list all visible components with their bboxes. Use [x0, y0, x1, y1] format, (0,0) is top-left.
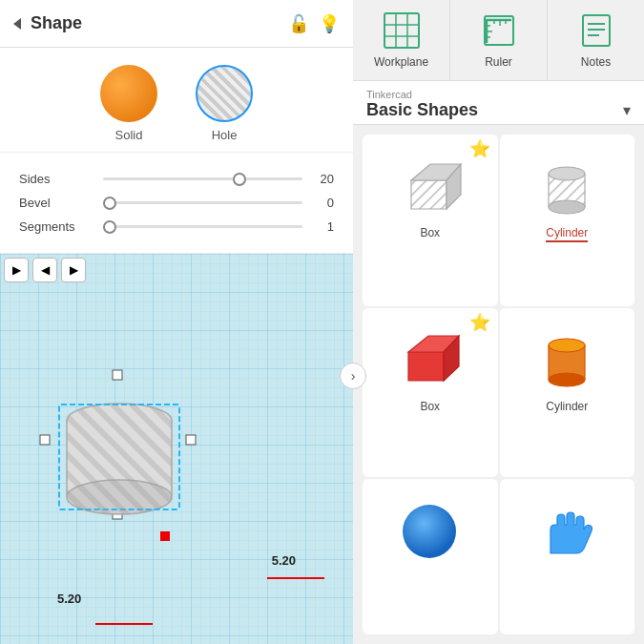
cylinder-object[interactable] — [38, 368, 200, 530]
sliders-section: Sides 20 Bevel 0 Segments 1 — [0, 153, 353, 254]
hole-label: Hole — [212, 128, 238, 142]
shape-card-box-gray[interactable]: ⭐ Box — [363, 135, 498, 306]
hole-circle — [196, 65, 253, 122]
shape-card-hand-blue[interactable] — [500, 479, 635, 634]
box-red-label: Box — [420, 400, 440, 413]
svg-rect-1 — [113, 370, 122, 380]
solid-option[interactable]: Solid — [100, 65, 157, 142]
shape-type-row: Solid Hole — [0, 48, 353, 153]
notes-icon — [577, 11, 615, 50]
sides-slider-row: Sides 20 — [19, 172, 334, 186]
shape-card-sphere-blue[interactable] — [363, 479, 498, 634]
svg-rect-2 — [186, 435, 196, 445]
canvas-toolbar: ▶ ◀ ▶ — [0, 254, 90, 286]
segments-track[interactable] — [103, 225, 302, 228]
red-handle[interactable] — [160, 531, 170, 541]
right-panel: Workplane Ruler — [353, 0, 644, 644]
collapse-arrow[interactable]: › — [340, 363, 366, 389]
bevel-track[interactable] — [103, 201, 302, 204]
svg-point-59 — [549, 339, 585, 352]
star-badge: ⭐ — [469, 140, 490, 157]
cylinder-svg — [38, 368, 200, 530]
canvas-area[interactable]: ▶ ◀ ▶ — [0, 254, 353, 644]
category-header: Tinkercad Basic Shapes ▾ — [353, 81, 644, 125]
shape-header: Shape 🔓 💡 — [0, 0, 353, 48]
category-title: Basic Shapes — [366, 100, 478, 120]
svg-point-60 — [549, 373, 585, 386]
segments-thumb[interactable] — [103, 220, 116, 234]
bevel-label: Bevel — [19, 196, 95, 210]
ruler-icon — [480, 11, 518, 50]
segments-slider-row: Segments 1 — [19, 219, 334, 234]
sides-label: Sides — [19, 172, 95, 186]
sides-thumb[interactable] — [233, 173, 246, 186]
bulb-icon[interactable]: 💡 — [319, 13, 340, 34]
dim-vertical: 5.20 — [57, 592, 81, 606]
svg-point-63 — [403, 505, 456, 558]
star-badge-red: ⭐ — [469, 314, 490, 331]
category-chevron-icon[interactable]: ▾ — [623, 101, 631, 119]
svg-marker-46 — [411, 180, 447, 209]
sphere-blue-image — [392, 488, 468, 565]
cylinder-gray-image — [529, 144, 605, 220]
notes-label: Notes — [581, 55, 611, 69]
sides-track[interactable] — [103, 177, 302, 180]
svg-point-52 — [549, 200, 585, 214]
box-gray-image — [392, 144, 468, 220]
solid-circle — [100, 65, 157, 122]
box-red-image — [392, 318, 468, 394]
workplane-label: Workplane — [374, 55, 428, 69]
back-arrow-icon[interactable] — [13, 18, 21, 30]
shape-card-cylinder-gray[interactable]: Cylinder — [500, 135, 635, 306]
svg-rect-0 — [40, 435, 50, 445]
bevel-slider-row: Bevel 0 — [19, 196, 334, 210]
ruler-label: Ruler — [485, 55, 512, 69]
right-toolbar: Workplane Ruler — [353, 0, 644, 81]
play-btn[interactable]: ▶ — [4, 258, 29, 282]
solid-label: Solid — [115, 128, 143, 142]
left-panel: Shape 🔓 💡 Solid Hole Sides 20 Bevel — [0, 0, 353, 644]
svg-point-51 — [549, 167, 585, 180]
cylinder-orange-image — [529, 318, 605, 394]
svg-line-17 — [153, 368, 200, 416]
ruler-tab[interactable]: Ruler — [450, 0, 548, 80]
category-title-row: Basic Shapes ▾ — [366, 100, 631, 120]
segments-value: 1 — [310, 219, 334, 234]
svg-marker-55 — [408, 352, 444, 381]
shape-title: Shape — [31, 13, 288, 33]
svg-line-25 — [38, 502, 67, 530]
nav-btn2[interactable]: ▶ — [61, 258, 86, 282]
cylinder-orange-label: Cylinder — [546, 400, 588, 413]
notes-tab[interactable]: Notes — [548, 0, 644, 80]
box-gray-label: Box — [420, 226, 440, 239]
dim-red-line-h — [267, 577, 324, 579]
bevel-value: 0 — [310, 196, 334, 210]
hole-option[interactable]: Hole — [196, 65, 253, 142]
shape-card-cylinder-orange[interactable]: Cylinder — [500, 308, 635, 477]
shapes-grid: ⭐ Box — [353, 125, 644, 644]
shape-card-box-red[interactable]: ⭐ Box — [363, 308, 498, 477]
cylinder-gray-label: Cylinder — [546, 226, 588, 242]
dim-red-line-v — [95, 623, 153, 625]
workplane-tab[interactable]: Workplane — [353, 0, 450, 80]
bevel-thumb[interactable] — [103, 197, 116, 210]
header-icons: 🔓 💡 — [288, 13, 340, 34]
svg-rect-28 — [384, 13, 419, 48]
nav-btn[interactable]: ◀ — [32, 258, 57, 282]
workplane-icon — [383, 11, 421, 50]
segments-label: Segments — [19, 219, 95, 234]
dim-horizontal: 5.20 — [272, 553, 296, 568]
svg-line-18 — [172, 368, 200, 397]
sides-value: 20 — [310, 172, 334, 186]
lock-icon[interactable]: 🔓 — [288, 13, 309, 34]
tinkercad-label: Tinkercad — [366, 89, 631, 100]
hand-blue-image — [529, 488, 605, 565]
